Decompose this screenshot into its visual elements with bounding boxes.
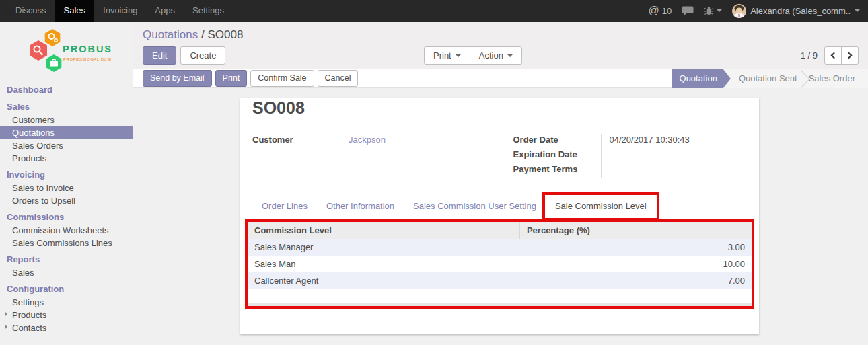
tab-order-lines[interactable]: Order Lines xyxy=(252,196,317,217)
dates-group: Order Date Expiration Date Payment Terms… xyxy=(513,134,748,178)
expand-caret-icon xyxy=(5,311,7,317)
cell-level: Callcenter Agent xyxy=(248,272,519,289)
form-statusbar: Send by Email Print Confirm Sale Cancel … xyxy=(133,69,868,88)
edit-button[interactable]: Edit xyxy=(143,46,176,65)
sidebar-item-customers[interactable]: Customers xyxy=(0,114,133,126)
sidebar-item-config-products[interactable]: Products xyxy=(0,309,133,321)
breadcrumb: Quotations / SO008 xyxy=(133,22,868,42)
table-row[interactable]: Sales Man 10.00 xyxy=(248,256,752,272)
sidebar-item-reports-sales[interactable]: Sales xyxy=(0,266,133,279)
sidebar-heading-configuration[interactable]: Configuration xyxy=(0,282,133,296)
menu-settings[interactable]: Settings xyxy=(184,0,233,22)
breadcrumb-separator: / xyxy=(201,28,205,41)
customer-value-link[interactable]: Jackpson xyxy=(349,134,486,149)
at-icon: @ xyxy=(648,5,659,16)
status-step-sales-order[interactable]: Sales Order xyxy=(803,69,861,88)
create-button[interactable]: Create xyxy=(180,46,225,65)
sidebar-item-quotations[interactable]: Quotations xyxy=(0,126,133,139)
quotation-form-card: SO008 Customer Jackpson Order Date E xyxy=(240,98,759,334)
logo-subtitle: PROFESSIONAL BUSINESS xyxy=(63,57,111,61)
next-record-button[interactable] xyxy=(841,46,859,65)
form-view-area: SO008 Customer Jackpson Order Date E xyxy=(133,89,868,345)
payment-terms-label: Payment Terms xyxy=(513,163,601,178)
tab-sales-commission-user-setting[interactable]: Sales Commission User Setting xyxy=(404,196,546,217)
expiration-date-value xyxy=(610,149,748,163)
notebook-tabs: Order Lines Other Information Sales Comm… xyxy=(252,196,759,217)
send-by-email-button[interactable]: Send by Email xyxy=(143,70,212,87)
menu-apps[interactable]: Apps xyxy=(146,0,184,22)
sidebar-item-commission-worksheets[interactable]: Commission Worksheets xyxy=(0,224,133,237)
cell-percentage: 10.00 xyxy=(519,256,752,272)
pager-counter: 1 / 9 xyxy=(801,50,818,61)
sidebar-item-products[interactable]: Products xyxy=(0,152,133,165)
chevron-right-icon xyxy=(846,52,853,59)
sidebar-item-config-contacts[interactable]: Contacts xyxy=(0,321,133,334)
sidebar-item-label: Contacts xyxy=(12,323,46,333)
menu-invoicing[interactable]: Invoicing xyxy=(94,0,146,22)
sidebar-heading-reports[interactable]: Reports xyxy=(0,253,133,266)
top-navbar: Discuss Sales Invoicing Apps Settings @ … xyxy=(0,0,868,22)
payment-terms-value xyxy=(610,163,748,178)
main-panel: Quotations / SO008 Edit Create Print Act… xyxy=(133,22,868,345)
sidebar-item-orders-to-upsell[interactable]: Orders to Upsell xyxy=(0,194,133,207)
sidebar-heading-commissions[interactable]: Commissions xyxy=(0,210,133,224)
column-header-commission-level[interactable]: Commission Level xyxy=(248,222,519,239)
user-avatar xyxy=(732,4,746,18)
chevron-left-icon xyxy=(831,52,838,59)
confirm-sale-button[interactable]: Confirm Sale xyxy=(250,70,314,87)
caret-down-icon xyxy=(507,54,513,57)
chat-bubble-icon xyxy=(682,6,694,16)
sidebar-item-dashboard[interactable]: Dashboard xyxy=(0,83,133,97)
bug-icon xyxy=(704,5,714,16)
column-header-percentage[interactable]: Percentage (%) xyxy=(519,222,752,239)
table-row[interactable]: Sales Manager 3.00 xyxy=(248,239,752,256)
control-panel-row: Edit Create Print Action 1 / 9 xyxy=(143,46,859,65)
statusbar-buttons: Send by Email Print Confirm Sale Cancel xyxy=(143,70,358,87)
logo-title: PROBUSE xyxy=(63,44,111,54)
customer-group: Customer Jackpson xyxy=(252,134,486,178)
debug-menu-button[interactable] xyxy=(704,5,722,16)
status-pipeline: Quotation Quotation Sent Sales Order xyxy=(672,69,868,88)
expiration-date-label: Expiration Date xyxy=(513,149,601,163)
mentions-counter[interactable]: @ 10 xyxy=(648,5,672,16)
user-menu[interactable]: Alexandra (Sales_comm.. xyxy=(732,4,860,18)
status-step-quotation[interactable]: Quotation xyxy=(672,69,731,88)
tab-other-information[interactable]: Other Information xyxy=(317,196,404,217)
customer-label: Customer xyxy=(252,134,340,149)
sidebar-item-settings[interactable]: Settings xyxy=(0,296,133,309)
print-dropdown-button[interactable]: Print xyxy=(424,46,470,65)
cell-percentage: 3.00 xyxy=(519,239,752,256)
sidebar-item-label: Products xyxy=(12,310,46,320)
cancel-button[interactable]: Cancel xyxy=(318,70,359,87)
sidebar-item-sales-commissions-lines[interactable]: Sales Commissions Lines xyxy=(0,237,133,250)
caret-down-icon xyxy=(855,9,860,12)
previous-record-button[interactable] xyxy=(824,46,842,65)
sidebar-nav: Dashboard Sales Customers Quotations Sal… xyxy=(0,83,133,334)
print-button[interactable]: Print xyxy=(215,70,248,87)
caret-down-icon xyxy=(717,9,722,12)
page-title: SO008 xyxy=(252,98,759,118)
probuse-logo: PROBUSE PROFESSIONAL BUSINESS xyxy=(22,28,111,78)
action-dropdown-button[interactable]: Action xyxy=(470,46,522,65)
commission-table-highlighted: Commission Level Percentage (%) Sales Ma… xyxy=(248,222,752,306)
sidebar-heading-invoicing[interactable]: Invoicing xyxy=(0,168,133,182)
record-buttons: Edit Create xyxy=(143,46,225,65)
sidebar-item-sales-to-invoice[interactable]: Sales to Invoice xyxy=(0,182,133,194)
control-panel: Quotations / SO008 Edit Create Print Act… xyxy=(133,22,868,69)
messages-button[interactable] xyxy=(682,6,694,16)
cell-percentage: 7.00 xyxy=(519,272,752,289)
caret-down-icon xyxy=(456,54,461,57)
sidebar-item-sales-orders[interactable]: Sales Orders xyxy=(0,139,133,152)
systray: @ 10 Alexandra (Sales_comm.. xyxy=(648,0,868,22)
status-pipeline-rest: Quotation Sent Sales Order xyxy=(723,69,868,88)
sidebar-item-sales[interactable]: Sales xyxy=(0,100,133,114)
menu-discuss[interactable]: Discuss xyxy=(7,0,55,22)
cell-level: Sales Manager xyxy=(248,239,519,256)
table-row[interactable]: Callcenter Agent 7.00 xyxy=(248,272,752,289)
tab-sale-commission-level[interactable]: Sale Commission Level xyxy=(546,196,656,217)
record-pager: 1 / 9 xyxy=(801,46,859,65)
breadcrumb-quotations[interactable]: Quotations xyxy=(143,28,198,41)
menu-sales[interactable]: Sales xyxy=(55,0,95,22)
action-dropdown-label: Action xyxy=(479,47,503,64)
breadcrumb-current: SO008 xyxy=(207,28,243,41)
